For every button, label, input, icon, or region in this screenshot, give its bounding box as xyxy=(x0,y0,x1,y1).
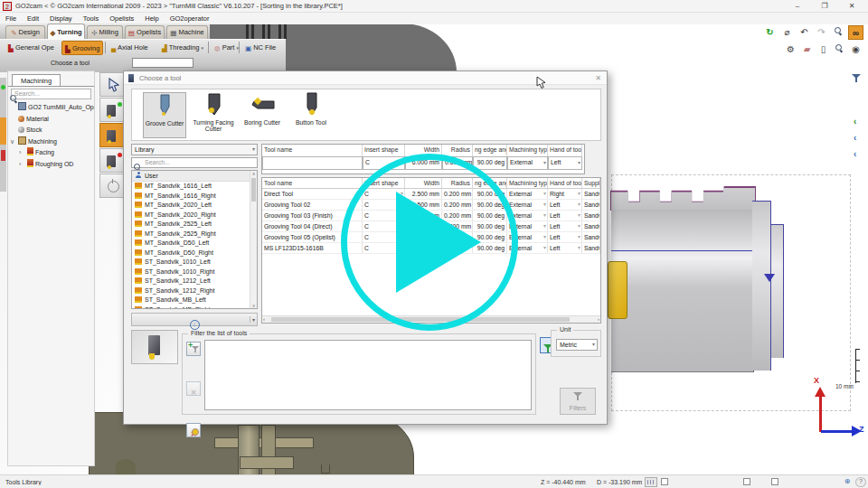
tool-type-boring-cutter[interactable]: Boring Cutter xyxy=(241,92,284,138)
table-cell[interactable]: Left xyxy=(548,232,582,242)
filter-value-cell[interactable]: Left xyxy=(548,156,582,170)
filter-view-icon[interactable] xyxy=(852,70,861,87)
library-item[interactable]: MT_Sandvik_D50_Left xyxy=(132,239,251,249)
close-button[interactable]: ✕ xyxy=(843,0,861,13)
table-cell[interactable]: Right xyxy=(548,189,582,199)
table-cell[interactable]: Direct Tool xyxy=(262,189,363,199)
grid-toggle-button[interactable] xyxy=(645,477,657,487)
threading-button[interactable]: ▟ Threading ▾ xyxy=(159,41,206,55)
part-button[interactable]: ◍ Part ▾ xyxy=(212,41,241,55)
clear-filters-button[interactable]: ✕ xyxy=(186,423,201,437)
menu-item[interactable]: Display xyxy=(44,13,78,23)
eraser-icon[interactable]: ▰ xyxy=(799,42,815,57)
tool-type-groove-cutter[interactable]: Groove Cutter xyxy=(143,92,186,138)
library-list-header[interactable]: User xyxy=(132,171,257,182)
library-item[interactable]: ST_Sandvik_1212_Left xyxy=(132,277,251,286)
add-filter-button[interactable]: + xyxy=(186,342,201,356)
tab-design[interactable]: ✎ Design xyxy=(5,25,45,39)
maximize-button[interactable]: ❐ xyxy=(816,0,834,13)
delete-icon[interactable]: ▯ xyxy=(816,42,831,57)
visibility-icon[interactable]: ◉ xyxy=(848,42,863,57)
library-search-input[interactable]: Search... xyxy=(131,157,258,168)
grooving-button[interactable]: ▙ Grooving xyxy=(61,41,103,55)
chevron-down-icon[interactable]: ▾ xyxy=(250,316,255,323)
sync-icon[interactable]: ↻ xyxy=(762,25,778,40)
menu-item[interactable]: Edit xyxy=(22,13,44,23)
menu-item[interactable]: GO2operator xyxy=(165,13,215,23)
tab-milling[interactable]: ✣ Milling xyxy=(87,25,123,39)
table-column-header[interactable]: Hand of tool xyxy=(548,178,582,188)
filters-button[interactable]: Filters xyxy=(560,388,596,415)
library-item[interactable]: MT_Sandvik_2525_Right xyxy=(132,230,251,239)
help-button[interactable]: ? xyxy=(855,477,866,487)
scroll-left-icon[interactable]: ‹ xyxy=(263,316,265,322)
library-scrollbar[interactable]: ∧∨ xyxy=(250,171,257,308)
library-item[interactable]: MT_Sandvik_D50_Right xyxy=(132,249,251,258)
menu-item[interactable]: Help xyxy=(139,13,164,23)
axial-hole-button[interactable]: ▄ Axial Hole xyxy=(108,41,151,55)
filter-value-cell[interactable]: External xyxy=(507,156,548,170)
filter-value-cell[interactable] xyxy=(262,156,363,170)
scroll-right-icon[interactable]: › xyxy=(598,316,599,322)
table-column-header[interactable]: Supplier xyxy=(582,178,600,188)
video-play-icon[interactable] xyxy=(396,192,481,293)
active-filters-list[interactable] xyxy=(204,340,532,410)
library-item[interactable]: MT_Sandvik_2525_Left xyxy=(132,220,251,230)
table-cell[interactable]: Sandvik xyxy=(582,200,600,210)
library-item[interactable]: MT_Sandvik_2020_Left xyxy=(132,201,251,211)
tree-item[interactable]: Material xyxy=(10,114,94,126)
library-item[interactable]: ST_Sandvik_MB_Left xyxy=(132,296,251,305)
library-item[interactable]: ST_Sandvik_1010_Right xyxy=(132,267,251,277)
table-cell[interactable]: Left xyxy=(548,221,582,231)
tool-type-turning-facing-cutter[interactable]: Turning Facing Cutter xyxy=(192,92,235,138)
tab-opelists[interactable]: ▤ Opelists xyxy=(125,25,165,39)
undo-icon[interactable]: ↶ xyxy=(797,25,812,40)
table-cell[interactable]: Left xyxy=(548,243,582,253)
minimize-button[interactable]: – xyxy=(788,0,807,13)
color-checkbox[interactable] xyxy=(743,478,750,485)
table-cell[interactable]: External xyxy=(507,189,548,199)
library-item[interactable]: MT_Sandvik_2020_Right xyxy=(132,211,251,221)
zoom-icon[interactable] xyxy=(831,25,846,40)
measure-icon[interactable]: ⌀ xyxy=(779,25,795,40)
redo-icon[interactable]: ↷ xyxy=(814,25,829,40)
panel-collapse-button[interactable]: ‹ xyxy=(854,132,865,145)
library-import-bar[interactable]: ↓ ▾ xyxy=(131,313,258,326)
tree-item[interactable]: Stock xyxy=(10,125,94,136)
table-cell[interactable]: Left xyxy=(548,200,582,210)
tab-machining-panel[interactable]: Machining xyxy=(12,74,61,86)
tree-search-input[interactable]: Search... xyxy=(11,89,91,99)
table-cell[interactable]: Sandvik xyxy=(582,189,600,199)
layer-checkbox[interactable] xyxy=(771,478,778,485)
table-cell[interactable]: Left xyxy=(548,211,582,221)
tree-item[interactable]: ›Roughing OD xyxy=(10,159,94,171)
table-cell[interactable]: Sandvik xyxy=(582,232,600,242)
library-item[interactable]: ST_Sandvik_MB_Right xyxy=(132,305,251,310)
tree-item[interactable]: GO2 TurnMill_Auto_Ope xyxy=(10,102,94,114)
unit-select[interactable]: Metric▾ xyxy=(556,339,598,351)
prompt-input[interactable] xyxy=(132,58,193,68)
table-cell[interactable]: Sandvik xyxy=(582,211,600,221)
library-select[interactable]: Library▾ xyxy=(131,144,258,155)
menu-item[interactable]: Tools xyxy=(78,13,105,23)
table-cell[interactable]: Sandvik xyxy=(582,243,600,253)
dialog-close-icon[interactable]: ✕ xyxy=(595,74,601,82)
library-item[interactable]: MT_Sandvik_1616_Left xyxy=(132,182,251,192)
tree-item[interactable]: ∨Machining xyxy=(10,136,94,148)
panel-collapse-button[interactable]: ‹ xyxy=(854,116,865,129)
library-item[interactable]: MT_Sandvik_1616_Right xyxy=(132,192,251,202)
tab-machine[interactable]: ▦ Machine xyxy=(166,25,208,39)
tab-turning[interactable]: ◆ Turning xyxy=(47,23,85,39)
remove-filter-button[interactable]: ✕ xyxy=(186,381,201,396)
table-cell[interactable]: External xyxy=(507,200,548,210)
zoom-window-icon[interactable] xyxy=(832,42,847,57)
panel-collapse-button[interactable]: ‹ xyxy=(854,148,865,162)
table-cell[interactable]: Sandvik xyxy=(582,221,600,231)
probe-icon[interactable]: ⚙ xyxy=(783,42,798,57)
globe-button[interactable]: ⊕ xyxy=(842,477,853,487)
nc-file-button[interactable]: ▣ NC File xyxy=(242,41,278,55)
library-item[interactable]: ST_Sandvik_1212_Right xyxy=(132,286,251,296)
tree-item[interactable]: ›Facing xyxy=(10,147,94,159)
menu-item[interactable]: File xyxy=(0,13,22,23)
tool-type-button-tool[interactable]: Button Tool xyxy=(289,92,333,138)
